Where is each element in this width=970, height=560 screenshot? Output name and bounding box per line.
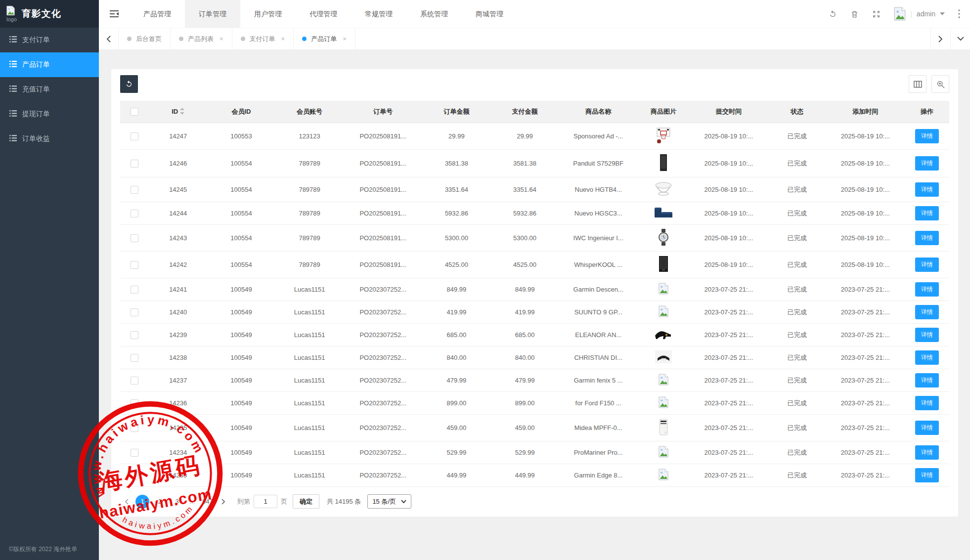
- refresh-icon[interactable]: [829, 10, 837, 18]
- nav-item[interactable]: 系统管理: [406, 0, 462, 28]
- submit-time-cell: 2025-08-19 10:...: [689, 202, 768, 225]
- tab-close-icon[interactable]: ×: [343, 35, 347, 43]
- row-checkbox[interactable]: [131, 210, 138, 217]
- tab[interactable]: 产品订单×: [294, 28, 355, 49]
- page-button[interactable]: 947: [201, 495, 215, 509]
- tab-close-icon[interactable]: ×: [220, 35, 223, 43]
- table-refresh-button[interactable]: [120, 75, 138, 93]
- status-cell: 已完成: [768, 202, 826, 225]
- tabs-scroll-right[interactable]: [930, 28, 950, 49]
- detail-button[interactable]: 详情: [915, 129, 939, 143]
- detail-button[interactable]: 详情: [915, 373, 939, 388]
- column-header-label: 订单金额: [443, 108, 469, 115]
- trash-icon[interactable]: [850, 10, 859, 18]
- action-cell: 详情: [905, 301, 949, 324]
- order-no-cell: PO202307252...: [344, 324, 422, 346]
- added-time-cell: 2023-07-25 21:...: [826, 369, 905, 392]
- sidebar-collapse-icon[interactable]: [99, 0, 130, 28]
- member-account-cell: Lucas1151: [275, 415, 344, 441]
- sidebar-item[interactable]: 产品订单: [0, 52, 99, 77]
- detail-button[interactable]: 详情: [915, 156, 939, 171]
- row-checkbox[interactable]: [131, 424, 138, 432]
- per-page-select[interactable]: 15 条/页: [367, 494, 411, 509]
- tabs-menu-chevron[interactable]: [950, 28, 970, 49]
- detail-button[interactable]: 详情: [915, 282, 939, 297]
- row-checkbox[interactable]: [131, 377, 138, 385]
- row-checkbox[interactable]: [131, 331, 138, 339]
- page-button[interactable]: 1: [135, 495, 149, 509]
- nav-item[interactable]: 代理管理: [296, 0, 351, 28]
- row-checkbox[interactable]: [131, 449, 138, 457]
- sidebar-item[interactable]: 支付订单: [0, 28, 99, 52]
- order-no-cell: PO202307252...: [344, 415, 422, 441]
- row-checkbox[interactable]: [131, 261, 138, 269]
- row-checkbox[interactable]: [131, 132, 138, 140]
- detail-button[interactable]: 详情: [915, 396, 939, 410]
- columns-toggle-icon[interactable]: [909, 75, 926, 93]
- detail-button[interactable]: 详情: [915, 231, 939, 245]
- sidebar-item[interactable]: 充值订单: [0, 77, 99, 102]
- tab-close-icon[interactable]: ×: [281, 35, 285, 43]
- paid-amount-cell: 3581.38: [490, 150, 559, 177]
- page-button[interactable]: 2: [153, 495, 167, 509]
- status-cell: 已完成: [768, 150, 826, 177]
- added-time-cell: 2023-07-25 21:...: [826, 464, 905, 487]
- submit-time-cell: 2023-07-25 21:...: [689, 392, 768, 415]
- added-time-cell: 2023-07-25 21:...: [826, 278, 905, 301]
- nav-item[interactable]: 产品管理: [130, 0, 185, 28]
- more-options-icon[interactable]: [958, 9, 960, 18]
- added-time-cell: 2023-07-25 21:...: [826, 392, 905, 415]
- product-name-cell: WhisperKOOL ...: [559, 252, 638, 278]
- order-id-cell: 14247: [149, 123, 207, 150]
- sidebar-item[interactable]: 提现订单: [0, 102, 99, 127]
- select-all-checkbox[interactable]: [131, 108, 138, 116]
- product-image-cell: [638, 202, 690, 225]
- detail-button[interactable]: 详情: [915, 182, 939, 197]
- pagination-prev-icon[interactable]: [121, 495, 132, 509]
- fullscreen-icon[interactable]: [872, 10, 881, 18]
- member-id-cell: 100554: [207, 177, 275, 202]
- nav-item[interactable]: 用户管理: [240, 0, 296, 28]
- product-name-cell: for Ford F150 ...: [559, 392, 638, 415]
- detail-button[interactable]: 详情: [915, 258, 939, 272]
- row-checkbox[interactable]: [131, 472, 138, 479]
- chevron-down-icon: [940, 12, 945, 15]
- detail-button[interactable]: 详情: [915, 305, 939, 319]
- row-checkbox[interactable]: [131, 286, 138, 294]
- tab-dot-icon: [179, 37, 183, 41]
- order-no-cell: PO202508191...: [344, 202, 422, 225]
- order-no-cell: PO202508191...: [344, 150, 422, 177]
- row-checkbox[interactable]: [131, 354, 138, 362]
- user-menu[interactable]: | admin: [894, 7, 945, 21]
- tab-label: 产品订单: [311, 35, 337, 43]
- page-button[interactable]: 3: [170, 495, 184, 509]
- search-zoom-icon[interactable]: [931, 75, 949, 93]
- tab[interactable]: 产品列表×: [171, 28, 232, 49]
- detail-button[interactable]: 详情: [915, 421, 939, 435]
- detail-button[interactable]: 详情: [915, 350, 939, 365]
- pagination-next-icon[interactable]: [218, 495, 229, 509]
- detail-button[interactable]: 详情: [915, 468, 939, 482]
- nav-item[interactable]: 订单管理: [185, 0, 240, 28]
- tabs-scroll-left[interactable]: [99, 28, 119, 49]
- column-header: 添加时间: [826, 101, 905, 123]
- goto-confirm-button[interactable]: 确定: [293, 494, 319, 509]
- detail-button[interactable]: 详情: [915, 206, 939, 220]
- nav-item[interactable]: 商城管理: [462, 0, 517, 28]
- row-checkbox[interactable]: [131, 160, 138, 168]
- sort-icon[interactable]: [180, 109, 184, 116]
- row-checkbox[interactable]: [131, 234, 138, 242]
- order-no-cell: PO202508191...: [344, 123, 422, 150]
- order-amount-cell: 840.00: [422, 346, 490, 369]
- logo-broken-image: logo: [6, 5, 17, 22]
- tab[interactable]: 支付订单×: [232, 28, 294, 49]
- row-checkbox[interactable]: [131, 308, 138, 316]
- detail-button[interactable]: 详情: [915, 445, 939, 460]
- detail-button[interactable]: 详情: [915, 328, 939, 342]
- row-checkbox[interactable]: [131, 399, 138, 407]
- sidebar-item[interactable]: 订单收益: [0, 127, 99, 151]
- goto-page-input[interactable]: [254, 495, 277, 508]
- nav-item[interactable]: 常规管理: [351, 0, 406, 28]
- tab[interactable]: 后台首页: [119, 28, 171, 49]
- row-checkbox[interactable]: [131, 186, 138, 194]
